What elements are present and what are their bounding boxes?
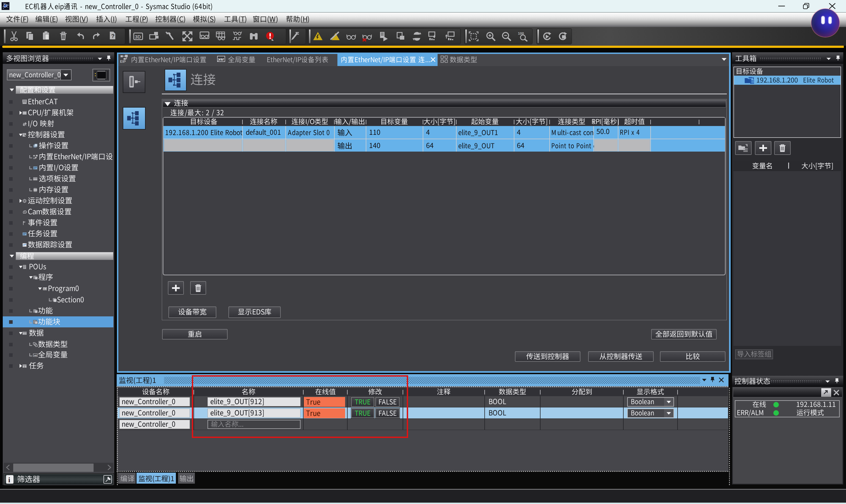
svg-text:H-O: H-O: [43, 288, 47, 290]
svg-text:EIP: EIP: [33, 157, 36, 159]
svg-text:var: var: [218, 57, 224, 61]
svg-text:EIP: EIP: [120, 59, 126, 63]
svg-text:3D: 3D: [135, 34, 141, 40]
svg-text:var: var: [34, 354, 37, 357]
svg-text:?: ?: [111, 33, 114, 39]
